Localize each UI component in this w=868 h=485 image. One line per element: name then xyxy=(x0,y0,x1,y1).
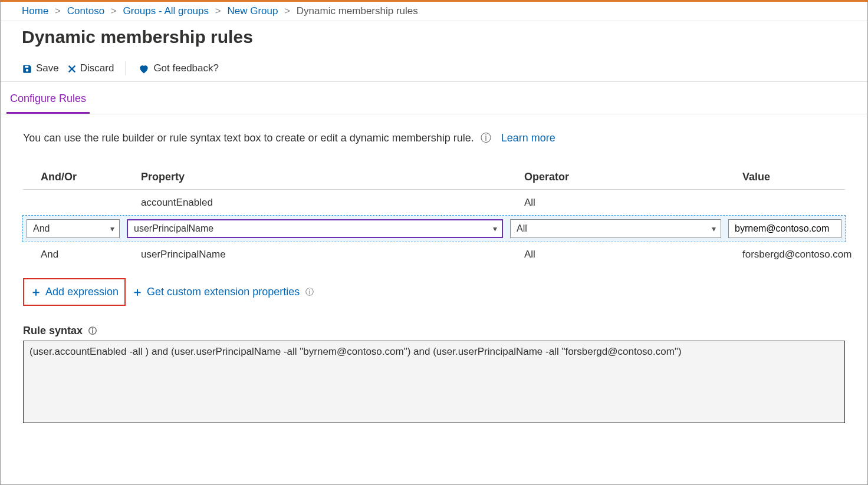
cell-andor: And xyxy=(23,242,123,268)
helper-text: You can use the rule builder or rule syn… xyxy=(23,132,474,144)
breadcrumb-sep: > xyxy=(284,5,290,17)
discard-button[interactable]: Discard xyxy=(67,62,114,75)
feedback-label: Got feedback? xyxy=(153,62,219,74)
operator-dropdown[interactable]: All ▾ xyxy=(510,219,721,238)
save-icon xyxy=(22,62,32,75)
rule-syntax-label: Rule syntax ⓘ xyxy=(23,325,845,337)
rules-table: And/Or Property Operator Value accountEn… xyxy=(23,166,845,268)
save-button[interactable]: Save xyxy=(22,62,59,75)
helper-text-row: You can use the rule builder or rule syn… xyxy=(23,131,845,145)
cell-operator: All xyxy=(507,242,725,268)
plus-icon: ＋ xyxy=(30,284,42,300)
plus-icon: ＋ xyxy=(131,284,143,300)
chevron-down-icon: ▾ xyxy=(493,224,497,233)
cell-value xyxy=(725,190,845,216)
table-row[interactable]: accountEnabled All xyxy=(23,190,845,216)
toolbar-divider xyxy=(126,61,126,75)
save-label: Save xyxy=(36,62,59,74)
feedback-button[interactable]: Got feedback? xyxy=(138,62,219,74)
close-icon xyxy=(67,62,77,75)
cell-andor xyxy=(23,190,123,216)
breadcrumb-home[interactable]: Home xyxy=(22,5,48,17)
page-title: Dynamic membership rules xyxy=(1,21,867,58)
breadcrumb: Home > Contoso > Groups - All groups > N… xyxy=(1,2,867,21)
breadcrumb-sep: > xyxy=(111,5,117,17)
cell-operator: All xyxy=(507,190,725,216)
discard-label: Discard xyxy=(80,62,114,74)
get-custom-extension-button[interactable]: ＋ Get custom extension properties ⓘ xyxy=(131,284,314,300)
chevron-down-icon: ▾ xyxy=(110,224,114,233)
breadcrumb-groups[interactable]: Groups - All groups xyxy=(123,5,209,17)
tabs: Configure Rules xyxy=(1,82,867,114)
operator-value: All xyxy=(517,223,527,234)
cell-value: forsbergd@contoso.com xyxy=(725,242,845,268)
cell-property: accountEnabled xyxy=(123,190,507,216)
breadcrumb-current: Dynamic membership rules xyxy=(297,5,418,17)
breadcrumb-sep: > xyxy=(215,5,221,17)
property-value: userPrincipalName xyxy=(134,223,213,234)
chevron-down-icon: ▾ xyxy=(712,224,716,233)
col-property: Property xyxy=(123,166,507,190)
rule-syntax-textbox[interactable]: (user.accountEnabled -all ) and (user.us… xyxy=(23,341,845,423)
add-expression-label: Add expression xyxy=(45,286,119,298)
add-expression-button[interactable]: ＋ Add expression xyxy=(23,278,126,306)
table-row[interactable]: And userPrincipalName All forsbergd@cont… xyxy=(23,242,845,268)
info-icon[interactable]: ⓘ xyxy=(305,287,314,298)
tab-configure-rules[interactable]: Configure Rules xyxy=(6,82,90,114)
property-dropdown[interactable]: userPrincipalName ▾ xyxy=(127,219,503,238)
col-value: Value xyxy=(725,166,845,190)
value-input[interactable] xyxy=(728,219,841,238)
get-custom-label: Get custom extension properties xyxy=(147,286,300,298)
breadcrumb-sep: > xyxy=(55,5,61,17)
toolbar: Save Discard Got feedback? xyxy=(1,58,867,82)
andor-dropdown[interactable]: And ▾ xyxy=(27,219,120,238)
breadcrumb-contoso[interactable]: Contoso xyxy=(67,5,104,17)
breadcrumb-new-group[interactable]: New Group xyxy=(227,5,278,17)
cell-property: userPrincipalName xyxy=(123,242,507,268)
heart-icon xyxy=(138,62,150,74)
col-andor: And/Or xyxy=(23,166,123,190)
info-icon[interactable]: ⓘ xyxy=(481,132,491,144)
table-row-active[interactable]: And ▾ userPrincipalName ▾ All ▾ xyxy=(23,216,845,242)
learn-more-link[interactable]: Learn more xyxy=(501,132,555,144)
col-operator: Operator xyxy=(507,166,725,190)
info-icon[interactable]: ⓘ xyxy=(88,326,97,336)
andor-value: And xyxy=(33,223,50,234)
